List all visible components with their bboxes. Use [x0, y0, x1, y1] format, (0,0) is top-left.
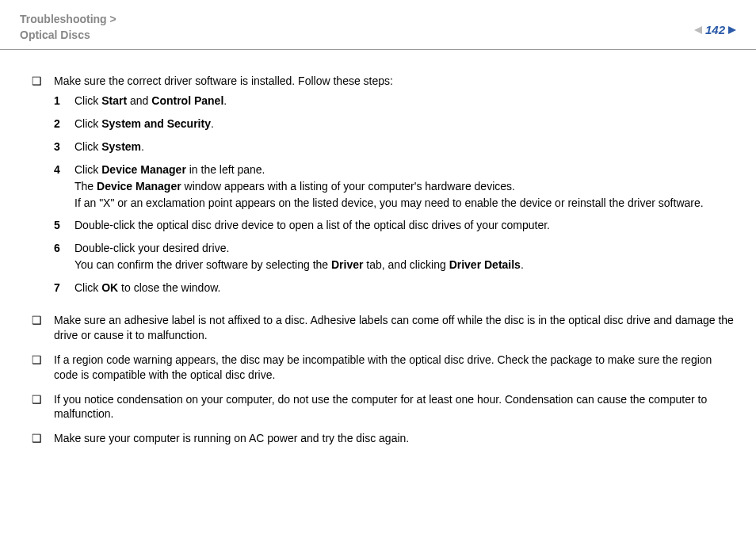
text: .	[223, 94, 227, 107]
bullet-marker-icon: ❑	[32, 431, 54, 446]
text: You can confirm the driver software by s…	[74, 258, 331, 271]
step-number: 7	[54, 280, 74, 296]
bold-text: System and Security	[101, 117, 211, 130]
text: .	[141, 140, 144, 153]
breadcrumb: Troubleshooting > Optical Discs	[20, 12, 116, 43]
bold-text: Driver	[331, 258, 363, 271]
text: .	[521, 258, 524, 271]
breadcrumb-line1: Troubleshooting >	[20, 13, 116, 25]
bold-text: Control Panel	[151, 94, 223, 107]
step-body: Click System.	[74, 139, 736, 154]
text: .	[211, 117, 214, 130]
bullet-marker-icon: ❑	[32, 313, 54, 328]
step-number: 3	[54, 139, 74, 154]
text: Click	[74, 140, 101, 153]
bullet-body: If you notice condensation on your compu…	[54, 392, 736, 422]
step-2: 2 Click System and Security.	[54, 116, 736, 132]
text: window appears with a listing of your co…	[181, 180, 515, 193]
text: Click	[74, 163, 101, 176]
step-number: 6	[54, 241, 74, 256]
bold-text: Driver Details	[449, 258, 521, 271]
numbered-list: 1 Click Start and Control Panel. 2 Click…	[54, 93, 736, 296]
step-3: 3 Click System.	[54, 139, 736, 154]
text: Click	[74, 117, 101, 130]
step-number: 4	[54, 162, 74, 177]
bullet-marker-icon: ❑	[32, 392, 54, 407]
bold-text: Device Manager	[101, 163, 186, 176]
bold-text: System	[101, 140, 141, 153]
step-body: Click OK to close the window.	[74, 280, 736, 296]
sub-line: If an "X" or an exclamation point appear…	[74, 196, 736, 211]
bold-text: Start	[101, 94, 127, 107]
page-header: Troubleshooting > Optical Discs 142	[0, 0, 756, 50]
step-body: Double-click the optical disc drive devi…	[74, 218, 736, 233]
step-body: Click System and Security.	[74, 116, 736, 132]
bullet-body: If a region code warning appears, the di…	[54, 353, 736, 383]
bullet-item: ❑ Make sure your computer is running on …	[32, 431, 736, 446]
text: tab, and clicking	[363, 258, 449, 271]
step-4: 4 Click Device Manager in the left pane.…	[54, 162, 736, 211]
bullet-item: ❑ If a region code warning appears, the …	[32, 353, 736, 383]
text: to close the window.	[118, 281, 220, 294]
page-content: ❑ Make sure the correct driver software …	[0, 50, 756, 463]
step-6: 6 Double-click your desired drive. You c…	[54, 241, 736, 273]
bullet-item: ❑ Make sure an adhesive label is not aff…	[32, 313, 736, 343]
sub-line: You can confirm the driver software by s…	[74, 257, 736, 273]
step-body: Click Device Manager in the left pane. T…	[74, 162, 736, 211]
step-number: 1	[54, 93, 74, 109]
step-number: 5	[54, 218, 74, 233]
bullet-marker-icon: ❑	[32, 353, 54, 368]
bold-text: OK	[101, 281, 118, 294]
step-5: 5 Double-click the optical disc drive de…	[54, 218, 736, 233]
text: in the left pane.	[186, 163, 265, 176]
bullet-intro: Make sure the correct driver software is…	[54, 74, 393, 87]
next-page-icon[interactable]	[728, 26, 736, 34]
breadcrumb-line2: Optical Discs	[20, 29, 90, 41]
bullet-marker-icon: ❑	[32, 74, 54, 89]
step-body: Click Start and Control Panel.	[74, 93, 736, 109]
step-number: 2	[54, 116, 74, 132]
page-number: 142	[705, 23, 725, 36]
sub-line: The Device Manager window appears with a…	[74, 179, 736, 194]
text: Click	[74, 281, 101, 294]
bullet-item: ❑ If you notice condensation on your com…	[32, 392, 736, 422]
step-1: 1 Click Start and Control Panel.	[54, 93, 736, 109]
text: The	[74, 180, 97, 193]
bullet-body: Make sure an adhesive label is not affix…	[54, 313, 736, 343]
text: Click	[74, 94, 101, 107]
bold-text: Device Manager	[97, 180, 181, 193]
page-nav: 142	[694, 23, 736, 36]
text: and	[127, 94, 151, 107]
step-7: 7 Click OK to close the window.	[54, 280, 736, 296]
bullet-body: Make sure your computer is running on AC…	[54, 431, 736, 446]
bullet-item: ❑ Make sure the correct driver software …	[32, 74, 736, 303]
step-body: Double-click your desired drive. You can…	[74, 241, 736, 273]
prev-page-icon[interactable]	[694, 26, 702, 34]
text: Double-click your desired drive.	[74, 242, 229, 254]
bullet-body: Make sure the correct driver software is…	[54, 74, 736, 303]
